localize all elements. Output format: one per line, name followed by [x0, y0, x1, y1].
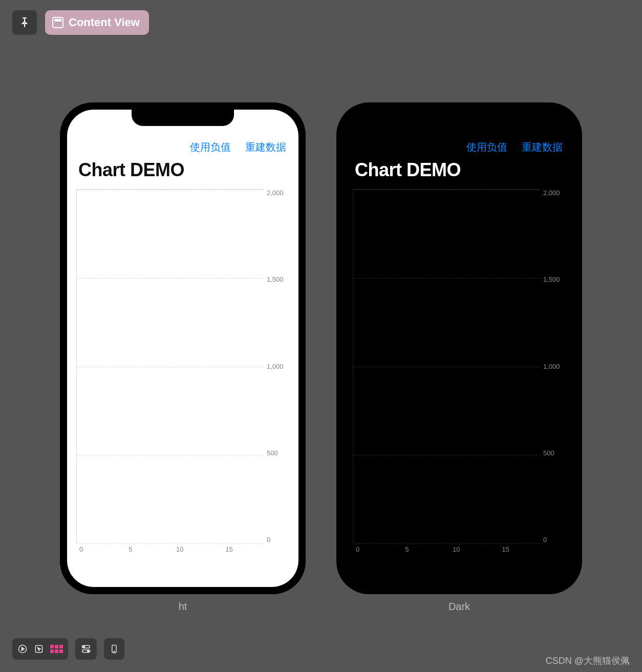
x-tick-label: 0	[79, 545, 83, 553]
x-tick-label: 10	[176, 545, 183, 553]
chart-xlabels: 051015	[76, 543, 264, 558]
phone-notch	[408, 110, 510, 126]
x-tick-label: 5	[405, 545, 409, 553]
play-icon	[17, 644, 28, 654]
svg-point-4	[83, 646, 84, 647]
play-button[interactable]	[17, 644, 28, 654]
x-tick-label: 10	[453, 545, 460, 553]
watermark: CSDN @大熊猫侯佩	[546, 655, 630, 667]
svg-point-5	[88, 650, 89, 652]
y-tick-label: 1,000	[267, 363, 289, 370]
phone-preview-light: 使用负值 重建数据 Chart DEMO 2,0001,5001,0005000…	[60, 102, 306, 594]
gridline	[77, 190, 264, 190]
y-tick-label: 2,000	[267, 189, 289, 197]
selectable-button[interactable]	[34, 644, 44, 654]
top-bar: Content View	[12, 10, 149, 35]
device-picker-button[interactable]	[104, 638, 124, 660]
link-rebuild-data[interactable]: 重建数据	[522, 140, 563, 154]
app-content: 使用负值 重建数据 Chart DEMO 2,0001,5001,0005000…	[344, 110, 575, 568]
pin-icon	[18, 16, 31, 29]
link-use-negative[interactable]: 使用负值	[466, 140, 507, 154]
y-tick-label: 1,000	[543, 363, 566, 370]
variants-button[interactable]	[50, 645, 63, 653]
gridline	[77, 367, 264, 367]
y-tick-label: 0	[543, 536, 566, 543]
phone-screen-light: 使用负值 重建数据 Chart DEMO 2,0001,5001,0005000…	[67, 110, 298, 587]
device-settings-button[interactable]	[75, 638, 97, 660]
phone-preview-dark: 使用负值 重建数据 Chart DEMO 2,0001,5001,0005000…	[336, 102, 582, 594]
preview-mode-group	[12, 638, 68, 660]
gridline	[77, 455, 264, 455]
content-view-button[interactable]: Content View	[45, 10, 149, 35]
x-tick-label: 0	[356, 545, 359, 553]
cursor-icon	[34, 644, 44, 654]
chart-plot	[76, 189, 264, 543]
y-tick-label: 2,000	[543, 189, 566, 197]
chart-ylabels: 2,0001,5001,0005000	[540, 189, 566, 543]
y-tick-label: 1,500	[543, 276, 566, 283]
gridline	[353, 278, 540, 279]
chart-ylabels: 2,0001,5001,0005000	[264, 189, 289, 543]
phone-notch	[132, 110, 234, 126]
chart-xlabels: 051015	[353, 543, 540, 558]
header-links: 使用负值 重建数据	[353, 140, 566, 154]
phone-screen-dark: 使用负值 重建数据 Chart DEMO 2,0001,5001,0005000…	[344, 110, 575, 587]
window-icon	[52, 17, 63, 28]
x-tick-label: 5	[129, 545, 132, 553]
chart-title: Chart DEMO	[353, 159, 566, 181]
preview-canvas: 使用负值 重建数据 Chart DEMO 2,0001,5001,0005000…	[0, 46, 642, 626]
chart: 2,0001,5001,0005000 051015	[76, 189, 289, 558]
gridline	[353, 367, 540, 367]
gridline	[353, 190, 540, 190]
x-tick-label: 15	[502, 545, 509, 553]
chart-plot	[353, 189, 540, 543]
grid-icon	[50, 645, 63, 653]
gridline	[77, 278, 264, 279]
switches-icon	[80, 644, 92, 654]
x-tick-label: 15	[225, 545, 232, 553]
bottom-bar	[12, 638, 124, 660]
y-tick-label: 0	[267, 536, 289, 543]
link-rebuild-data[interactable]: 重建数据	[245, 140, 286, 154]
content-view-label: Content View	[69, 16, 140, 29]
y-tick-label: 1,500	[267, 276, 289, 283]
svg-point-7	[114, 651, 115, 652]
y-tick-label: 500	[267, 449, 289, 457]
chart: 2,0001,5001,0005000 051015	[353, 189, 566, 558]
link-use-negative[interactable]: 使用负值	[190, 140, 231, 154]
y-tick-label: 500	[543, 449, 566, 457]
gridline	[353, 455, 540, 455]
header-links: 使用负值 重建数据	[76, 140, 289, 154]
phone-previews: 使用负值 重建数据 Chart DEMO 2,0001,5001,0005000…	[0, 46, 642, 626]
pin-button[interactable]	[12, 10, 37, 35]
chart-title: Chart DEMO	[76, 159, 289, 181]
app-content: 使用负值 重建数据 Chart DEMO 2,0001,5001,0005000…	[67, 110, 298, 568]
phone-icon	[109, 644, 119, 654]
